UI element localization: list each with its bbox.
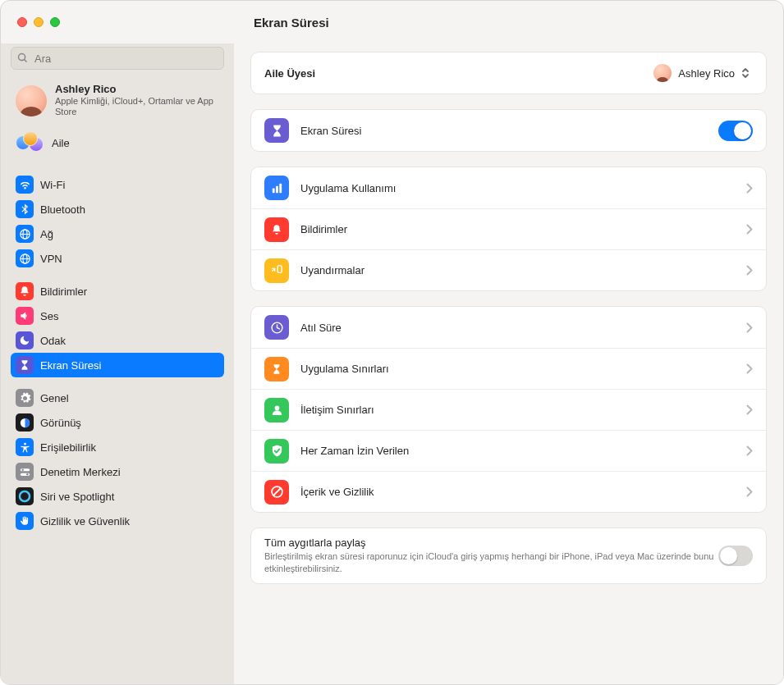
hourglass-icon — [264, 357, 289, 381]
bars-icon — [264, 176, 289, 200]
share-subtitle: Birleştirilmiş ekran süresi raporunuz iç… — [264, 549, 718, 575]
titlebar: Ekran Süresi — [1, 1, 783, 43]
settings-window: Ekran Süresi Ashley Rico Apple Kimliği, … — [0, 0, 784, 685]
row-applimits[interactable]: Uygulama Sınırları — [251, 348, 766, 389]
main-content: Aile Üyesi Ashley Rico Ekran Süres — [234, 43, 783, 684]
window-body: Ashley Rico Apple Kimliği, iCloud+, Orta… — [1, 43, 783, 684]
sidebar-item-focus[interactable]: Odak — [11, 328, 224, 353]
row-appusage[interactable]: Uygulama Kullanımı — [251, 167, 766, 208]
row-label: Her Zaman İzin Verilen — [300, 445, 746, 457]
clock-icon — [264, 315, 289, 340]
minimize-window-button[interactable] — [34, 17, 44, 27]
chevron-right-icon — [746, 224, 753, 235]
group-family-member: Aile Üyesi Ashley Rico — [250, 52, 767, 94]
share-devices-toggle[interactable] — [718, 546, 753, 566]
row-notif[interactable]: Bildirimler — [251, 208, 766, 249]
svg-rect-16 — [272, 188, 274, 193]
window-controls — [1, 17, 234, 27]
hand-icon — [16, 512, 34, 530]
bell-icon — [16, 282, 34, 300]
sidebar-item-notifications[interactable]: Bildirimler — [11, 279, 224, 304]
row-label: Uygulama Kullanımı — [300, 182, 746, 194]
svg-point-9 — [24, 442, 26, 445]
svg-rect-14 — [16, 487, 34, 505]
row-screentime-toggle: Ekran Süresi — [251, 110, 766, 151]
row-downtime[interactable]: Atıl Süre — [251, 307, 766, 348]
sidebar-item-label: Odak — [40, 335, 66, 347]
sidebar-item-privacy[interactable]: Gizlilik ve Güvenlik — [11, 509, 224, 533]
sidebar-item-label: Bluetooth — [40, 203, 85, 216]
sidebar-item-apple-id[interactable]: Ashley Rico Apple Kimliği, iCloud+, Orta… — [11, 78, 224, 126]
row-commlimits[interactable]: İletişim Sınırları — [251, 389, 766, 430]
hourglass-icon — [264, 118, 289, 143]
sidebar-item-siri[interactable]: Siri ve Spotlight — [11, 484, 224, 509]
vpn-icon — [16, 249, 34, 267]
close-window-button[interactable] — [17, 17, 27, 27]
moon-icon — [16, 331, 34, 349]
screentime-toggle[interactable] — [718, 121, 753, 141]
sidebar-item-bluetooth[interactable]: Bluetooth — [11, 197, 224, 221]
row-allowed[interactable]: Her Zaman İzin Verilen — [251, 430, 766, 471]
row-label: Uygulama Sınırları — [300, 363, 746, 375]
sidebar-item-label: Ses — [40, 310, 58, 322]
siri-icon — [16, 487, 34, 505]
search-input[interactable] — [11, 47, 224, 70]
sidebar-item-label: Gizlilik ve Güvenlik — [40, 515, 130, 527]
sidebar: Ashley Rico Apple Kimliği, iCloud+, Orta… — [1, 43, 234, 684]
group-usage: Uygulama Kullanımı Bildirimler Uyandırma… — [250, 167, 767, 291]
zoom-window-button[interactable] — [50, 17, 60, 27]
switches-icon — [16, 463, 34, 481]
row-label: Atıl Süre — [300, 322, 746, 334]
sidebar-item-vpn[interactable]: VPN — [11, 246, 224, 271]
row-label: İçerik ve Gizlilik — [300, 486, 746, 498]
wifi-icon — [16, 176, 34, 194]
bell-icon — [264, 217, 289, 242]
share-title: Tüm aygıtlarla paylaş — [264, 537, 718, 549]
svg-point-12 — [21, 468, 24, 471]
member-avatar — [653, 64, 672, 82]
sidebar-item-general[interactable]: Genel — [11, 386, 224, 410]
sidebar-item-network[interactable]: Ağ — [11, 221, 224, 246]
sidebar-item-label: Erişilebilirlik — [40, 441, 96, 454]
row-family-member[interactable]: Aile Üyesi Ashley Rico — [251, 53, 766, 94]
member-name: Ashley Rico — [678, 67, 735, 80]
chevron-right-icon — [746, 486, 753, 497]
sidebar-item-sound[interactable]: Ses — [11, 304, 224, 328]
sidebar-item-label: Siri ve Spotlight — [40, 491, 114, 503]
sidebar-item-controlcenter[interactable]: Denetim Merkezi — [11, 459, 224, 484]
chevron-right-icon — [746, 445, 753, 456]
search-icon — [16, 52, 29, 64]
svg-point-0 — [19, 54, 25, 61]
svg-rect-19 — [277, 266, 282, 273]
sidebar-item-label: Genel — [40, 392, 69, 404]
hourglass-icon — [16, 356, 34, 374]
sidebar-item-accessibility[interactable]: Erişilebilirlik — [11, 435, 224, 459]
appearance-icon — [16, 413, 34, 432]
user-avatar — [16, 85, 47, 116]
chevron-right-icon — [746, 265, 753, 276]
bluetooth-icon — [16, 200, 34, 218]
sidebar-item-screentime[interactable]: Ekran Süresi — [11, 353, 224, 377]
profile-subtitle: Apple Kimliği, iCloud+, Ortamlar ve App … — [55, 96, 219, 119]
svg-point-13 — [26, 473, 29, 476]
sidebar-item-label: Bildirimler — [40, 285, 87, 298]
sidebar-item-label: VPN — [40, 253, 62, 265]
sidebar-item-label: Görünüş — [40, 417, 81, 429]
svg-line-23 — [273, 488, 281, 495]
check-icon — [264, 439, 289, 464]
group-share: Tüm aygıtlarla paylaş Birleştirilmiş ekr… — [250, 527, 767, 584]
nosign-icon — [264, 480, 289, 505]
row-pickups[interactable]: Uyandırmalar — [251, 249, 766, 290]
row-content[interactable]: İçerik ve Gizlilik — [251, 471, 766, 512]
sidebar-item-appearance[interactable]: Görünüş — [11, 410, 224, 435]
globe-icon — [16, 225, 34, 243]
sidebar-item-wifi[interactable]: Wi-Fi — [11, 172, 224, 197]
sidebar-item-label: Denetim Merkezi — [40, 466, 121, 478]
sidebar-item-family[interactable]: Aile — [11, 126, 224, 164]
row-label: Bildirimler — [300, 223, 746, 235]
contact-icon — [264, 398, 289, 422]
page-title: Ekran Süresi — [234, 16, 329, 30]
pickup-icon — [264, 258, 289, 283]
family-member-select[interactable]: Ashley Rico — [653, 64, 753, 82]
accessibility-icon — [16, 438, 34, 456]
